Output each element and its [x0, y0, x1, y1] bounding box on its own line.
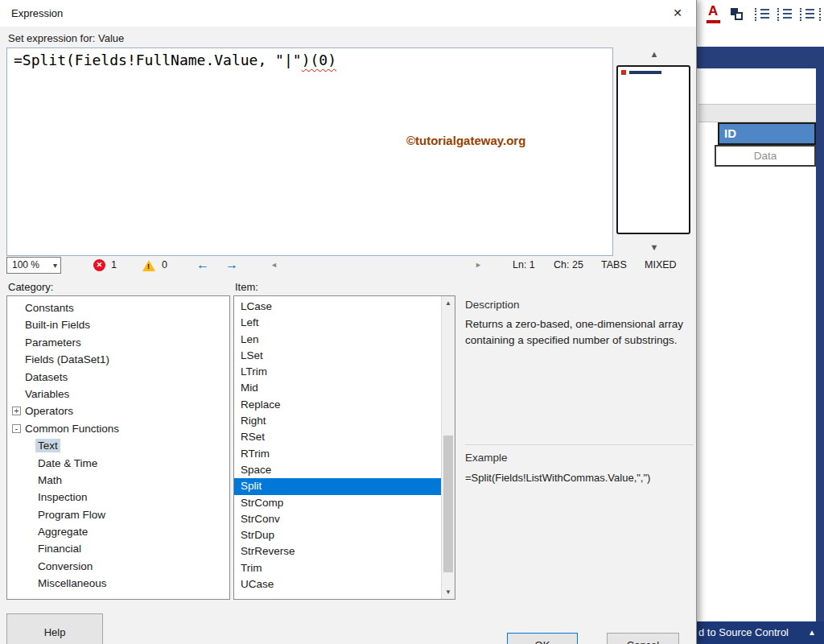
item-list-item[interactable]: Left	[234, 315, 441, 331]
category-item-label: Inspection	[38, 491, 88, 503]
close-icon[interactable]: ✕	[665, 2, 690, 24]
watermark-text: ©tutorialgateway.org	[406, 134, 525, 147]
item-listbox: LCaseLeftLenLSetLTrimMidReplaceRightRSet…	[233, 295, 455, 600]
category-item-label: Parameters	[25, 336, 81, 349]
font-color-icon[interactable]: A	[707, 3, 723, 24]
category-item-label: Constants	[25, 302, 74, 314]
category-item-label: Conversion	[38, 560, 93, 572]
category-item-label: Fields (DataSet1)	[25, 353, 109, 365]
category-item-label: Program Flow	[38, 509, 105, 521]
minimap-preview[interactable]	[616, 65, 690, 234]
category-item-label: Miscellaneous	[38, 577, 107, 589]
category-tree-item[interactable]: Program Flow	[7, 506, 229, 523]
formatting-marks-icon[interactable]	[798, 6, 816, 23]
warning-icon: !	[142, 260, 155, 271]
table-id-cell[interactable]: ID	[718, 122, 816, 145]
item-list-item[interactable]: LTrim	[234, 364, 441, 380]
category-item-label: Built-in Fields	[25, 319, 90, 331]
category-tree-item[interactable]: Financial	[7, 540, 229, 557]
category-tree-item[interactable]: Constants	[7, 299, 229, 316]
collapse-icon[interactable]: -	[12, 424, 21, 433]
category-tree-item[interactable]: Miscellaneous	[7, 575, 229, 592]
borders-icon[interactable]	[731, 8, 744, 21]
category-tree-item[interactable]: Aggregate	[7, 523, 229, 540]
category-tree-item[interactable]: Math	[7, 472, 229, 489]
help-button[interactable]: Help	[6, 613, 103, 644]
category-tree-item[interactable]: Date & Time	[7, 455, 229, 472]
expression-text: =Split(Fields!FullName.Value, "|")(0)	[14, 52, 336, 68]
item-list-item[interactable]: Split	[234, 478, 441, 494]
window-title-band	[697, 47, 824, 68]
scroll-up-icon[interactable]: ▲	[616, 49, 692, 59]
category-tree-item[interactable]: Conversion	[7, 558, 229, 575]
item-list-item[interactable]: UCase	[234, 576, 441, 592]
column-indicator: Ch: 25	[554, 259, 583, 270]
table-data-cell[interactable]: Data	[715, 145, 816, 167]
cancel-button[interactable]: Cancel	[607, 633, 679, 644]
item-list-item[interactable]: Space	[234, 462, 441, 478]
tabs-indicator: TABS	[601, 259, 627, 270]
background-toolbar: A	[697, 0, 824, 42]
item-list-scrollbar[interactable]: ▲ ▼	[441, 296, 455, 599]
font-color-letter: A	[708, 3, 718, 19]
item-list-item[interactable]: StrReverse	[234, 543, 441, 559]
scroll-up-icon[interactable]: ▲	[442, 299, 455, 307]
item-list-item[interactable]: LSet	[234, 348, 441, 364]
category-item-label: Aggregate	[38, 526, 88, 538]
category-tree-item[interactable]: Built-in Fields	[7, 316, 229, 333]
minimap-code-line	[629, 71, 661, 74]
chevron-up-icon[interactable]: ▲	[808, 621, 816, 644]
category-tree-item[interactable]: -Common Functions	[7, 420, 229, 437]
error-count: 1	[111, 259, 117, 270]
mixed-indicator: MIXED	[645, 259, 677, 270]
item-list-item[interactable]: RTrim	[234, 446, 441, 462]
expand-icon[interactable]: +	[12, 407, 21, 415]
scrollbar-thumb[interactable]	[443, 436, 453, 572]
category-tree-item[interactable]: Inspection	[7, 489, 229, 506]
minimap-change-marker	[621, 70, 626, 75]
item-list-item[interactable]: LCase	[234, 299, 441, 315]
scroll-down-icon[interactable]: ▼	[616, 242, 692, 252]
expression-editor[interactable]: =Split(Fields!FullName.Value, "|")(0) ©t…	[6, 47, 613, 256]
expression-dialog: Expression ✕ Set expression for: Value =…	[0, 0, 697, 644]
navigate-back-icon[interactable]: ←	[196, 258, 209, 272]
formatting-marks-icon[interactable]	[818, 6, 824, 23]
expression-head: =Split(Fields!FullName.Value, "|"	[14, 52, 302, 68]
category-tree-item[interactable]: Text	[7, 437, 229, 454]
category-tree-item[interactable]: Fields (DataSet1)	[7, 351, 229, 368]
zoom-value: 100 %	[12, 259, 39, 270]
dialog-titlebar[interactable]: Expression ✕	[0, 0, 696, 27]
screen: A ID Data d to Source Control ▲ Expressi…	[0, 0, 824, 644]
formatting-marks-icon[interactable]	[776, 6, 793, 23]
hscroll-left-icon[interactable]: ◄	[270, 261, 278, 269]
item-list-item[interactable]: StrDup	[234, 527, 441, 543]
ok-button[interactable]: OK	[507, 633, 578, 644]
category-tree-item[interactable]: +Operators	[7, 402, 229, 419]
category-tree-item[interactable]: Variables	[7, 386, 229, 402]
hscroll-right-icon[interactable]: ►	[475, 261, 482, 269]
category-item-label: Datasets	[25, 371, 68, 383]
item-list-item[interactable]: Len	[234, 332, 441, 348]
category-item-label: Date & Time	[38, 457, 97, 469]
category-tree-item[interactable]: Datasets	[7, 369, 229, 386]
category-item-label: Common Functions	[25, 423, 119, 435]
vs-status-bar[interactable]: d to Source Control ▲	[697, 621, 824, 644]
item-list-item[interactable]: Mid	[234, 380, 441, 396]
right-edge-strip	[816, 47, 824, 644]
example-text: =Split(Fields!ListWithCommas.Value,",")	[465, 472, 694, 484]
item-list-item[interactable]: Right	[234, 413, 441, 429]
formatting-marks-icon[interactable]	[753, 6, 771, 23]
item-list-item[interactable]: Replace	[234, 397, 441, 413]
navigate-forward-icon[interactable]: →	[225, 258, 238, 272]
background-window: A ID Data d to Source Control ▲	[697, 0, 824, 644]
scroll-down-icon[interactable]: ▼	[442, 588, 455, 596]
chevron-down-icon: ▾	[53, 258, 57, 273]
zoom-combobox[interactable]: 100 % ▾	[6, 257, 61, 274]
description-header: Description	[465, 299, 520, 311]
item-list-item[interactable]: Trim	[234, 560, 441, 576]
item-list-item[interactable]: RSet	[234, 429, 441, 445]
item-list-item[interactable]: StrConv	[234, 511, 441, 527]
category-tree-item[interactable]: Parameters	[7, 334, 229, 351]
table-header-row	[698, 104, 816, 122]
item-list-item[interactable]: StrComp	[234, 495, 441, 511]
